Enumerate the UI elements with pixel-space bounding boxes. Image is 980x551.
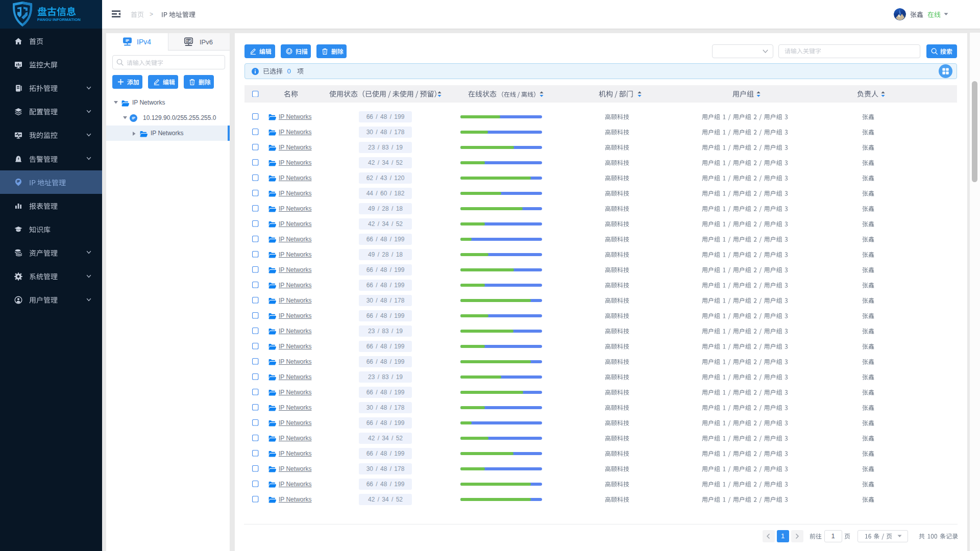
svg-text:IP: IP xyxy=(132,116,135,120)
svg-text:IP: IP xyxy=(187,39,190,42)
svg-text:IP: IP xyxy=(126,38,129,43)
svg-text:IP: IP xyxy=(17,180,20,183)
